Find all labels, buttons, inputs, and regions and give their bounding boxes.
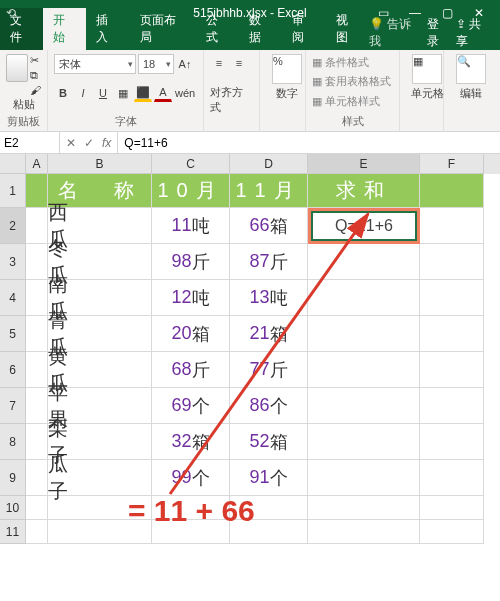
- cell[interactable]: 11月: [230, 174, 308, 208]
- phonetic-icon[interactable]: wén: [174, 84, 196, 102]
- cell[interactable]: [420, 424, 484, 460]
- cell[interactable]: 99个: [152, 460, 230, 496]
- cell[interactable]: [308, 460, 420, 496]
- cell[interactable]: [308, 316, 420, 352]
- cell[interactable]: [26, 520, 48, 544]
- col-D[interactable]: D: [230, 154, 308, 174]
- border-icon[interactable]: ▦: [114, 84, 132, 102]
- cell[interactable]: 21箱: [230, 316, 308, 352]
- cell[interactable]: [26, 460, 48, 496]
- cell[interactable]: 52箱: [230, 424, 308, 460]
- login-button[interactable]: 登录: [427, 16, 450, 50]
- col-E[interactable]: E: [308, 154, 420, 174]
- cell[interactable]: [26, 244, 48, 280]
- row-header[interactable]: 1: [0, 174, 26, 208]
- cell[interactable]: 12吨: [152, 280, 230, 316]
- name-box[interactable]: E2: [0, 132, 60, 153]
- tab-data[interactable]: 数据: [239, 8, 282, 50]
- cancel-fx-icon[interactable]: ✕: [66, 136, 76, 150]
- cell[interactable]: [420, 520, 484, 544]
- table-format[interactable]: ▦ 套用表格格式: [312, 74, 393, 89]
- cell[interactable]: [230, 520, 308, 544]
- col-C[interactable]: C: [152, 154, 230, 174]
- tab-layout[interactable]: 页面布局: [130, 8, 196, 50]
- align-button[interactable]: 对齐方式: [210, 85, 252, 115]
- paste-icon[interactable]: [6, 54, 28, 82]
- cell[interactable]: 87斤: [230, 244, 308, 280]
- cell[interactable]: 66箱: [230, 208, 308, 244]
- cell[interactable]: 98斤: [152, 244, 230, 280]
- cell[interactable]: [420, 496, 484, 520]
- align-mid-icon[interactable]: ≡: [230, 54, 248, 72]
- copy-icon[interactable]: ⧉: [30, 69, 41, 82]
- col-A[interactable]: A: [26, 154, 48, 174]
- cell[interactable]: 20箱: [152, 316, 230, 352]
- enter-fx-icon[interactable]: ✓: [84, 136, 94, 150]
- cell[interactable]: [48, 520, 152, 544]
- row-header[interactable]: 9: [0, 460, 26, 496]
- cell[interactable]: [152, 496, 230, 520]
- editing-button[interactable]: 🔍编辑: [450, 54, 492, 101]
- cell[interactable]: [420, 460, 484, 496]
- cell[interactable]: [420, 316, 484, 352]
- row-header[interactable]: 11: [0, 520, 26, 544]
- cell[interactable]: 68斤: [152, 352, 230, 388]
- cell[interactable]: [26, 280, 48, 316]
- cell[interactable]: [420, 208, 484, 244]
- cell[interactable]: [308, 352, 420, 388]
- cell[interactable]: [26, 424, 48, 460]
- row-header[interactable]: 6: [0, 352, 26, 388]
- cell[interactable]: 32箱: [152, 424, 230, 460]
- col-F[interactable]: F: [420, 154, 484, 174]
- formula-input[interactable]: Q=11+6: [118, 136, 500, 150]
- row-header[interactable]: 10: [0, 496, 26, 520]
- tab-view[interactable]: 视图: [326, 8, 369, 50]
- grid[interactable]: A B C D E F 1名 称10月11月求和2西 瓜11吨66箱Q=11+6…: [0, 154, 500, 544]
- tell-me[interactable]: 💡 告诉我: [369, 16, 421, 50]
- fx-icon[interactable]: fx: [102, 136, 111, 150]
- row-header[interactable]: 3: [0, 244, 26, 280]
- tab-formulas[interactable]: 公式: [196, 8, 239, 50]
- cell[interactable]: [308, 388, 420, 424]
- cell[interactable]: [420, 174, 484, 208]
- cell[interactable]: [308, 424, 420, 460]
- cell[interactable]: 13吨: [230, 280, 308, 316]
- cell[interactable]: [420, 352, 484, 388]
- number-format-button[interactable]: % 数字: [266, 54, 308, 101]
- row-header[interactable]: 7: [0, 388, 26, 424]
- cell[interactable]: [420, 280, 484, 316]
- italic-button[interactable]: I: [74, 84, 92, 102]
- format-painter-icon[interactable]: 🖌: [30, 84, 41, 96]
- cell[interactable]: [26, 316, 48, 352]
- bold-button[interactable]: B: [54, 84, 72, 102]
- font-color-icon[interactable]: A: [154, 84, 172, 102]
- cell[interactable]: 91个: [230, 460, 308, 496]
- cell[interactable]: [420, 388, 484, 424]
- cell[interactable]: [26, 174, 48, 208]
- tab-insert[interactable]: 插入: [86, 8, 129, 50]
- cell[interactable]: [230, 496, 308, 520]
- cell[interactable]: [308, 280, 420, 316]
- cell[interactable]: [308, 244, 420, 280]
- active-cell[interactable]: Q=11+6: [308, 208, 420, 244]
- share-button[interactable]: ⇪ 共享: [456, 16, 492, 50]
- align-top-icon[interactable]: ≡: [210, 54, 228, 72]
- cell[interactable]: 69个: [152, 388, 230, 424]
- cell-styles[interactable]: ▦ 单元格样式: [312, 94, 393, 109]
- cell[interactable]: [26, 352, 48, 388]
- cell[interactable]: [26, 208, 48, 244]
- cell[interactable]: [308, 496, 420, 520]
- cell[interactable]: 10月: [152, 174, 230, 208]
- cell[interactable]: [308, 520, 420, 544]
- cell[interactable]: 瓜 子: [48, 460, 152, 496]
- underline-button[interactable]: U: [94, 84, 112, 102]
- cell[interactable]: [26, 388, 48, 424]
- cell[interactable]: 求和: [308, 174, 420, 208]
- select-all-corner[interactable]: [0, 154, 26, 174]
- row-header[interactable]: 5: [0, 316, 26, 352]
- cell[interactable]: 77斤: [230, 352, 308, 388]
- cells-button[interactable]: ▦单元格: [406, 54, 448, 101]
- row-header[interactable]: 2: [0, 208, 26, 244]
- cell[interactable]: [420, 244, 484, 280]
- col-B[interactable]: B: [48, 154, 152, 174]
